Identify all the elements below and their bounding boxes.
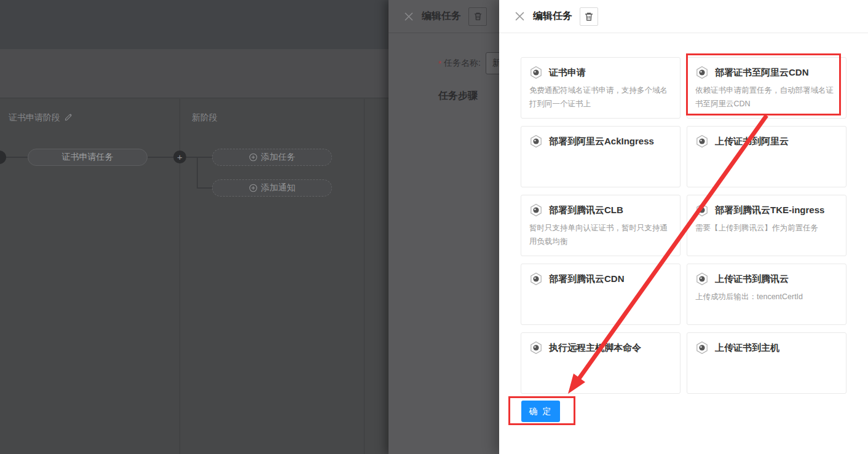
add-notification-pill[interactable]: 添加通知 bbox=[212, 179, 332, 197]
connector-line bbox=[197, 157, 198, 188]
flow-start-node bbox=[0, 151, 6, 164]
stage-title-text: 证书申请阶段 bbox=[9, 112, 60, 123]
hexagon-plugin-icon bbox=[695, 66, 709, 79]
task-card-title: 上传证书到主机 bbox=[715, 342, 779, 354]
task-card-deploy-tencent-tke-ingress[interactable]: 部署到腾讯云TKE-ingress 需要【上传到腾讯云】作为前置任务 bbox=[687, 195, 846, 256]
workflow-background: 证书申请阶段 新阶段 证书申请任务 + bbox=[0, 0, 389, 454]
add-task-label: 添加任务 bbox=[261, 152, 296, 163]
hexagon-plugin-icon bbox=[695, 203, 709, 217]
stage-title-cert-apply: 证书申请阶段 bbox=[9, 112, 73, 123]
task-card-title: 部署到腾讯云CLB bbox=[549, 205, 623, 216]
hexagon-plugin-icon bbox=[695, 272, 709, 286]
hexagon-plugin-icon bbox=[529, 135, 543, 148]
connector-line bbox=[6, 157, 28, 158]
required-asterisk: * bbox=[438, 59, 441, 68]
task-card-deploy-aliyun-cdn[interactable]: 部署证书至阿里云CDN 依赖证书申请前置任务，自动部署域名证书至阿里云CDN bbox=[687, 57, 846, 119]
task-pill-label: 证书申请任务 bbox=[62, 152, 114, 163]
confirm-button[interactable]: 确 定 bbox=[521, 401, 560, 422]
workflow-canvas: 证书申请阶段 新阶段 证书申请任务 + bbox=[0, 99, 389, 454]
task-card-upload-host[interactable]: 上传证书到主机 bbox=[687, 332, 846, 394]
plus-circle-icon bbox=[249, 184, 258, 192]
task-card-desc: 需要【上传到腾讯云】作为前置任务 bbox=[695, 222, 838, 235]
task-picker-drawer: 编辑任务 证书申请 免费通配符域名证书申请，支持多个域名打到同一个证书上 部署证… bbox=[499, 0, 868, 454]
plus-circle-icon bbox=[249, 153, 258, 162]
stage-column-divider bbox=[364, 99, 365, 454]
stage-title-new-stage: 新阶段 bbox=[192, 112, 218, 123]
task-steps-heading: 任务步骤 bbox=[438, 90, 478, 103]
task-card-desc: 上传成功后输出：tencentCertId bbox=[695, 291, 838, 304]
task-pill-cert-apply[interactable]: 证书申请任务 bbox=[28, 149, 148, 166]
delete-task-button[interactable] bbox=[468, 7, 487, 26]
add-notification-label: 添加通知 bbox=[261, 182, 296, 194]
task-card-title: 执行远程主机脚本命令 bbox=[549, 342, 641, 354]
connector-line bbox=[186, 157, 212, 158]
task-card-deploy-ack-ingress[interactable]: 部署到阿里云AckIngress bbox=[521, 126, 681, 187]
hexagon-plugin-icon bbox=[695, 341, 709, 354]
task-card-remote-script[interactable]: 执行远程主机脚本命令 bbox=[521, 332, 681, 394]
connector-line bbox=[148, 157, 173, 158]
pencil-edit-icon[interactable] bbox=[65, 113, 73, 123]
app-root: 证书申请阶段 新阶段 证书申请任务 + bbox=[0, 0, 868, 454]
hexagon-plugin-icon bbox=[529, 341, 543, 354]
task-card-deploy-tencent-cdn[interactable]: 部署到腾讯云CDN bbox=[521, 264, 681, 325]
task-card-title: 部署到腾讯云CDN bbox=[549, 273, 625, 285]
task-card-title: 部署证书至阿里云CDN bbox=[715, 67, 809, 79]
task-card-upload-aliyun[interactable]: 上传证书到阿里云 bbox=[687, 126, 846, 187]
hexagon-plugin-icon bbox=[529, 203, 543, 217]
toolbar-bar bbox=[0, 49, 389, 98]
hexagon-plugin-icon bbox=[529, 272, 543, 286]
close-icon[interactable] bbox=[515, 12, 524, 21]
task-card-title: 部署到腾讯云TKE-ingress bbox=[715, 205, 824, 216]
trash-icon bbox=[473, 12, 483, 21]
drawer-title: 编辑任务 bbox=[533, 10, 572, 23]
top-header-bar bbox=[0, 0, 389, 49]
task-card-title: 证书申请 bbox=[549, 67, 586, 79]
plus-glyph: + bbox=[177, 152, 183, 162]
task-card-desc: 免费通配符域名证书申请，支持多个域名打到同一个证书上 bbox=[529, 84, 672, 111]
task-card-title: 上传证书到阿里云 bbox=[715, 136, 789, 147]
edit-task-drawer-header: 编辑任务 bbox=[389, 0, 499, 33]
hexagon-plugin-icon bbox=[529, 66, 543, 79]
close-icon[interactable] bbox=[404, 12, 413, 21]
hexagon-plugin-icon bbox=[695, 135, 709, 148]
task-card-title: 部署到阿里云AckIngress bbox=[549, 136, 654, 147]
edit-task-drawer: 编辑任务 * 任务名称: 任务步骤 bbox=[389, 0, 499, 454]
add-task-pill[interactable]: 添加任务 bbox=[212, 149, 332, 166]
task-card-cert-apply[interactable]: 证书申请 免费通配符域名证书申请，支持多个域名打到同一个证书上 bbox=[521, 57, 681, 119]
add-node-plus-icon[interactable]: + bbox=[173, 151, 186, 163]
trash-icon bbox=[584, 12, 594, 22]
task-picker-header: 编辑任务 bbox=[499, 0, 868, 33]
drawer-title: 编辑任务 bbox=[422, 10, 461, 23]
connector-line bbox=[197, 187, 212, 189]
task-card-title: 上传证书到腾讯云 bbox=[715, 273, 789, 285]
task-card-desc: 暂时只支持单向认证证书，暂时只支持通用负载均衡 bbox=[529, 222, 672, 249]
task-name-label: 任务名称: bbox=[444, 58, 481, 69]
task-card-upload-tencent[interactable]: 上传证书到腾讯云 上传成功后输出：tencentCertId bbox=[687, 264, 846, 325]
task-type-card-grid: 证书申请 免费通配符域名证书申请，支持多个域名打到同一个证书上 部署证书至阿里云… bbox=[521, 57, 846, 394]
stage-title-text: 新阶段 bbox=[192, 112, 218, 123]
task-card-desc: 依赖证书申请前置任务，自动部署域名证书至阿里云CDN bbox=[695, 84, 838, 111]
delete-task-button[interactable] bbox=[580, 7, 598, 26]
task-card-deploy-tencent-clb[interactable]: 部署到腾讯云CLB 暂时只支持单向认证证书，暂时只支持通用负载均衡 bbox=[521, 195, 681, 256]
